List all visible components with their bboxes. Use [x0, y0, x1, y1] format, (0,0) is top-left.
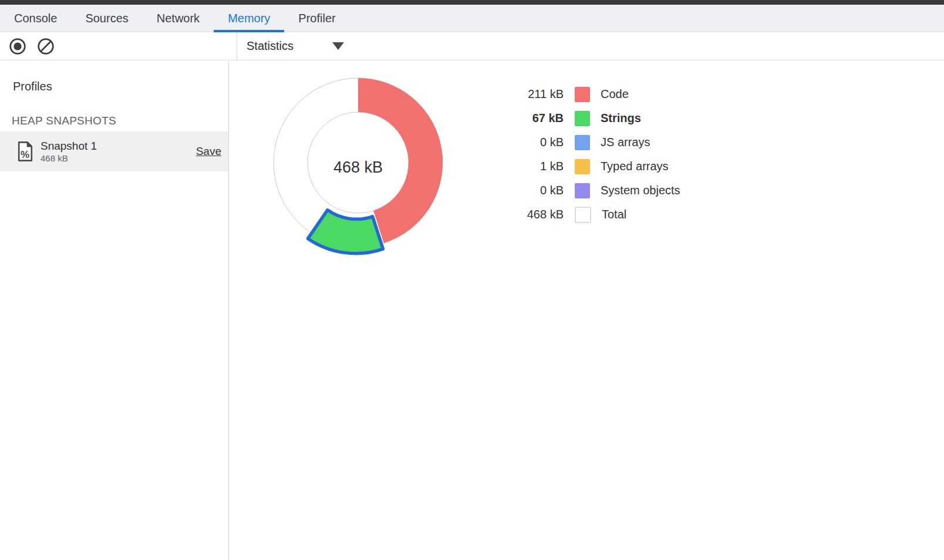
- tab-label: Network: [157, 12, 200, 25]
- legend-label: Typed arrays: [601, 160, 669, 173]
- legend-value: 67 kB: [514, 112, 564, 125]
- clear-profiles-button[interactable]: [36, 37, 55, 56]
- statistics-toolbar: Statistics: [237, 32, 944, 60]
- snapshot-title: Snapshot 1: [41, 140, 97, 152]
- legend-swatch-system-objects: [575, 183, 590, 198]
- tab-sources[interactable]: Sources: [71, 5, 142, 32]
- donut-center-label: 468 kB: [333, 158, 383, 176]
- legend-swatch-strings: [575, 111, 590, 126]
- tab-network[interactable]: Network: [143, 5, 214, 32]
- profiles-sidebar: Profiles HEAP SNAPSHOTS % Snapshot 1 468…: [0, 60, 229, 560]
- devtools-window: Console Sources Network Memory Profiler: [0, 0, 944, 560]
- legend-value: 468 kB: [514, 208, 564, 221]
- save-snapshot-link[interactable]: Save: [196, 145, 221, 158]
- legend-label: Total: [602, 208, 626, 221]
- legend-row-typed-arrays[interactable]: 1 kB Typed arrays: [514, 154, 680, 178]
- tab-memory[interactable]: Memory: [214, 5, 284, 32]
- legend-label: Strings: [601, 112, 641, 125]
- legend-swatch-js-arrays: [575, 135, 590, 150]
- chevron-down-icon: [332, 42, 344, 50]
- memory-toolbar: Statistics: [0, 32, 944, 60]
- statistics-panel: 468 kB 211 kB Code 67 kB Strings 0 kB JS…: [229, 60, 944, 560]
- legend-row-system-objects[interactable]: 0 kB System objects: [514, 178, 680, 203]
- legend-swatch-typed-arrays: [575, 159, 590, 174]
- legend-row-code[interactable]: 211 kB Code: [514, 82, 680, 106]
- perspective-select-value: Statistics: [247, 39, 294, 53]
- tab-label: Profiler: [298, 12, 335, 25]
- tab-label: Sources: [85, 12, 128, 25]
- legend-value: 0 kB: [514, 136, 564, 149]
- record-icon: [8, 37, 27, 56]
- heap-snapshot-icon: %: [18, 141, 33, 161]
- legend-label: System objects: [601, 184, 680, 197]
- record-heap-snapshot-button[interactable]: [8, 37, 27, 56]
- legend-row-js-arrays[interactable]: 0 kB JS arrays: [514, 130, 680, 154]
- legend-value: 0 kB: [514, 184, 564, 197]
- perspective-select[interactable]: Statistics: [247, 39, 344, 53]
- svg-text:%: %: [21, 149, 29, 160]
- window-top-strip: [0, 0, 944, 5]
- profiles-title: Profiles: [13, 79, 228, 93]
- legend-value: 1 kB: [514, 160, 564, 173]
- legend-swatch-code: [575, 87, 590, 102]
- legend-row-strings[interactable]: 67 kB Strings: [514, 106, 680, 130]
- tab-console[interactable]: Console: [0, 5, 71, 32]
- legend-label: JS arrays: [601, 136, 650, 149]
- legend-label: Code: [601, 87, 629, 101]
- snapshot-info: Snapshot 1 468 kB: [41, 140, 97, 163]
- sidebar-item-snapshot-1[interactable]: % Snapshot 1 468 kB Save: [0, 131, 228, 171]
- panel-body: Profiles HEAP SNAPSHOTS % Snapshot 1 468…: [0, 60, 944, 560]
- pie-slice-strings-selected[interactable]: [308, 210, 383, 254]
- chart-legend: 211 kB Code 67 kB Strings 0 kB JS arrays…: [514, 82, 680, 227]
- heap-statistics-donut-chart: 468 kB: [252, 64, 464, 275]
- legend-row-total[interactable]: 468 kB Total: [514, 203, 680, 227]
- heap-snapshots-section-title: HEAP SNAPSHOTS: [12, 114, 228, 127]
- clear-icon: [36, 37, 55, 56]
- legend-value: 211 kB: [514, 87, 564, 101]
- profiles-toolbar: [0, 32, 237, 60]
- tab-label: Console: [14, 12, 57, 25]
- tab-label: Memory: [228, 12, 270, 25]
- devtools-tabbar: Console Sources Network Memory Profiler: [0, 5, 944, 32]
- tab-profiler[interactable]: Profiler: [284, 5, 349, 32]
- legend-swatch-total: [575, 207, 591, 223]
- snapshot-size: 468 kB: [41, 153, 97, 163]
